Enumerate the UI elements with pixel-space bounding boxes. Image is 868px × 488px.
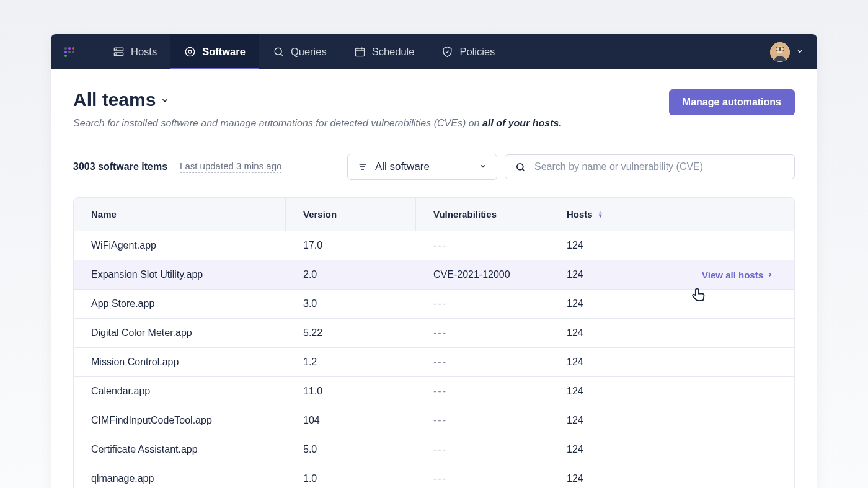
team-label: All teams — [73, 89, 156, 110]
nav-hosts[interactable]: Hosts — [99, 34, 170, 69]
nav-queries[interactable]: Queries — [259, 34, 340, 69]
sort-icon: ▲▼ — [598, 211, 603, 218]
nav-label: Policies — [459, 46, 495, 58]
logo-icon — [64, 47, 77, 57]
table-row[interactable]: Mission Control.app1.2---124 — [74, 348, 794, 377]
cell-version: 5.0 — [286, 435, 416, 464]
svg-point-12 — [517, 163, 523, 169]
svg-point-2 — [116, 49, 117, 50]
cell-vuln: --- — [416, 348, 549, 376]
nav-label: Software — [202, 46, 246, 58]
cell-hosts: 124 — [549, 464, 794, 488]
col-name[interactable]: Name — [74, 198, 286, 231]
queries-icon — [273, 46, 285, 58]
page-subtitle: Search for installed software and manage… — [73, 118, 562, 129]
cell-hosts: 124View all hosts — [549, 260, 794, 289]
cell-name: CIMFindInputCodeTool.app — [74, 406, 286, 435]
team-selector[interactable]: All teams — [73, 89, 562, 110]
svg-point-3 — [116, 54, 117, 55]
svg-point-5 — [188, 50, 192, 53]
svg-point-4 — [186, 47, 195, 56]
cell-name: WiFiAgent.app — [74, 231, 286, 260]
cell-version: 3.0 — [286, 290, 416, 318]
cell-name: qlmanage.app — [74, 464, 286, 488]
filter-icon — [358, 162, 368, 172]
cell-vuln: --- — [416, 435, 549, 464]
cell-hosts: 124 — [549, 377, 794, 406]
software-table: Name Version Vulnerabilities Hosts ▲▼ Wi… — [73, 197, 795, 488]
cell-version: 1.2 — [286, 348, 416, 376]
cell-name: Certificate Assistant.app — [74, 435, 286, 464]
table-header: Name Version Vulnerabilities Hosts ▲▼ — [74, 198, 794, 231]
chevron-down-icon — [161, 95, 169, 108]
cell-hosts: 124 — [549, 319, 794, 347]
cell-hosts: 124 — [549, 290, 794, 318]
chevron-down-icon — [479, 162, 487, 172]
filter-label: All software — [375, 161, 472, 173]
cell-hosts: 124 — [549, 435, 794, 464]
search-icon — [515, 162, 526, 172]
cell-version: 104 — [286, 406, 416, 435]
svg-point-6 — [275, 48, 281, 55]
cell-version: 2.0 — [286, 260, 416, 289]
cell-vuln: --- — [416, 319, 549, 347]
nav-label: Queries — [291, 46, 327, 58]
manage-automations-button[interactable]: Manage automations — [669, 89, 795, 115]
cell-version: 1.0 — [286, 464, 416, 488]
cell-hosts: 124 — [549, 231, 794, 260]
last-updated: Last updated 3 mins ago — [180, 161, 281, 173]
cell-name: Calendar.app — [74, 377, 286, 406]
nav-label: Hosts — [131, 46, 157, 58]
nav-policies[interactable]: Policies — [428, 34, 508, 69]
col-hosts[interactable]: Hosts ▲▼ — [549, 198, 794, 231]
cell-hosts: 124 — [549, 348, 794, 376]
cell-vuln: --- — [416, 406, 549, 435]
cell-version: 5.22 — [286, 319, 416, 347]
software-count: 3003 software items — [73, 161, 167, 172]
schedule-icon — [354, 46, 366, 58]
svg-rect-7 — [355, 48, 364, 56]
cell-name: Expansion Slot Utility.app — [74, 260, 286, 289]
table-row[interactable]: Expansion Slot Utility.app2.0CVE-2021-12… — [74, 260, 794, 290]
table-row[interactable]: Digital Color Meter.app5.22---124 — [74, 319, 794, 348]
cell-version: 17.0 — [286, 231, 416, 260]
nav-software[interactable]: Software — [170, 34, 259, 69]
table-row[interactable]: qlmanage.app1.0---124 — [74, 464, 794, 488]
table-row[interactable]: Certificate Assistant.app5.0---124 — [74, 435, 794, 464]
table-row[interactable]: WiFiAgent.app17.0---124 — [74, 231, 794, 260]
cell-name: App Store.app — [74, 290, 286, 318]
view-all-hosts-link[interactable]: View all hosts — [702, 270, 773, 280]
search-input[interactable] — [534, 161, 784, 172]
table-row[interactable]: Calendar.app11.0---124 — [74, 377, 794, 406]
nav-schedule[interactable]: Schedule — [340, 34, 428, 69]
software-filter-dropdown[interactable]: All software — [347, 154, 497, 180]
cell-vuln: --- — [416, 231, 549, 260]
policies-icon — [441, 46, 453, 58]
table-row[interactable]: CIMFindInputCodeTool.app104---124 — [74, 406, 794, 435]
col-vulnerabilities[interactable]: Vulnerabilities — [416, 198, 549, 231]
cell-vuln: --- — [416, 290, 549, 318]
cell-hosts: 124 — [549, 406, 794, 435]
cell-vuln: --- — [416, 464, 549, 488]
nav-label: Schedule — [372, 46, 415, 58]
cell-vuln: CVE-2021-12000 — [416, 260, 549, 289]
table-row[interactable]: App Store.app3.0---124 — [74, 290, 794, 319]
hosts-icon — [113, 46, 125, 58]
search-field[interactable] — [505, 154, 795, 179]
avatar — [770, 42, 790, 62]
col-version[interactable]: Version — [286, 198, 416, 231]
chevron-down-icon — [796, 47, 804, 58]
navbar: Hosts Software Queries Schedule Policies — [51, 34, 817, 69]
cell-name: Digital Color Meter.app — [74, 319, 286, 347]
cell-vuln: --- — [416, 377, 549, 406]
software-icon — [184, 46, 196, 58]
cell-version: 11.0 — [286, 377, 416, 406]
user-menu[interactable] — [770, 42, 804, 62]
cell-name: Mission Control.app — [74, 348, 286, 376]
